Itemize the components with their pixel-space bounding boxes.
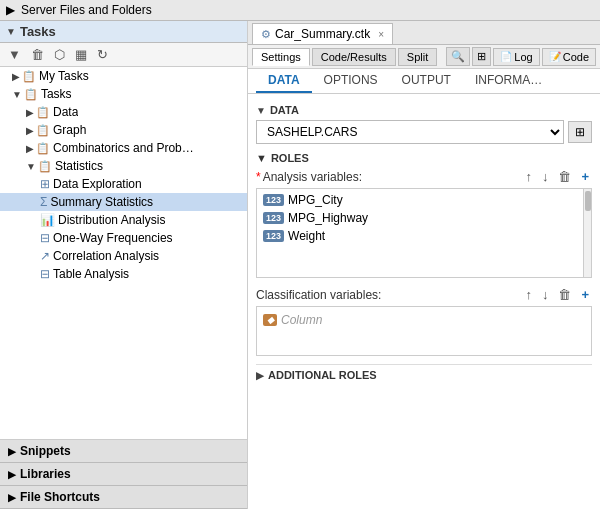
grid-toolbar-icon[interactable]: ▦: [73, 45, 89, 64]
roles-label: ROLES: [271, 152, 309, 164]
tree-item-distribution-analysis[interactable]: 📊 Distribution Analysis: [0, 211, 247, 229]
tree-item-table-analysis[interactable]: ⊟ Table Analysis: [0, 265, 247, 283]
analysis-variables-header: * Analysis variables: ↑ ↓ 🗑 +: [256, 168, 592, 185]
dataset-select[interactable]: SASHELP.CARS: [256, 120, 564, 144]
add-var-icon[interactable]: +: [578, 168, 592, 185]
dataset-grid-btn[interactable]: ⊞: [568, 121, 592, 143]
data-section-text: DATA: [270, 104, 299, 116]
classification-variables-list: ◆ Column: [256, 306, 592, 356]
combinatorics-label: Combinatorics and Prob…: [53, 141, 194, 155]
analysis-variables-label: Analysis variables:: [263, 170, 523, 184]
libraries-section[interactable]: ▶ Libraries: [0, 463, 247, 486]
analysis-variables-group: * Analysis variables: ↑ ↓ 🗑 + 123 MPG_Ci…: [256, 168, 592, 278]
server-files-title: Server Files and Folders: [21, 3, 152, 17]
snippets-section[interactable]: ▶ Snippets: [0, 440, 247, 463]
summary-statistics-label: Summary Statistics: [50, 195, 153, 209]
code-btn[interactable]: 📝 Code: [542, 48, 596, 66]
tree-item-summary-statistics[interactable]: Σ Summary Statistics: [0, 193, 247, 211]
class-badge: ◆: [263, 314, 277, 326]
data-exploration-label: Data Exploration: [53, 177, 142, 191]
move-up-icon[interactable]: ↑: [522, 168, 535, 185]
combinatorics-arrow: ▶: [26, 143, 34, 154]
fullscreen-icon-btn[interactable]: ⊞: [472, 47, 491, 66]
tree-item-tasks[interactable]: ▼ 📋 Tasks: [0, 85, 247, 103]
correlation-label: Correlation Analysis: [53, 249, 159, 263]
class-add-icon[interactable]: +: [578, 286, 592, 303]
analysis-variables-list: 123 MPG_City 123 MPG_Highway 123 Weight: [256, 188, 592, 278]
analysis-scrollbar-thumb: [585, 191, 591, 211]
tree-item-combinatorics[interactable]: ▶ 📋 Combinatorics and Prob…: [0, 139, 247, 157]
graph-icon: 📋: [36, 124, 50, 137]
statistics-arrow: ▼: [26, 161, 36, 172]
file-tab-name: Car_Summary.ctk: [275, 27, 370, 41]
statistics-icon: 📋: [38, 160, 52, 173]
additional-roles-label: ADDITIONAL ROLES: [268, 369, 377, 381]
tree-item-one-way-frequencies[interactable]: ⊟ One-Way Frequencies: [0, 229, 247, 247]
graph-label: Graph: [53, 123, 86, 137]
refresh-toolbar-icon[interactable]: ↻: [95, 45, 110, 64]
tab-information[interactable]: INFORMA…: [463, 69, 554, 93]
analysis-var-weight[interactable]: 123 Weight: [259, 227, 589, 245]
my-tasks-arrow: ▶: [12, 71, 20, 82]
settings-btn[interactable]: Settings: [252, 48, 310, 66]
tree-item-correlation-analysis[interactable]: ↗ Correlation Analysis: [0, 247, 247, 265]
log-label: Log: [514, 51, 532, 63]
class-delete-icon[interactable]: 🗑: [555, 286, 574, 303]
file-tab-close[interactable]: ×: [378, 29, 384, 40]
snippets-arrow: ▶: [8, 446, 16, 457]
file-shortcuts-section[interactable]: ▶ File Shortcuts: [0, 486, 247, 509]
libraries-label: Libraries: [20, 467, 71, 481]
class-move-down-icon[interactable]: ↓: [539, 286, 552, 303]
tree-item-graph[interactable]: ▶ 📋 Graph: [0, 121, 247, 139]
class-move-up-icon[interactable]: ↑: [522, 286, 535, 303]
my-tasks-icon: 📋: [22, 70, 36, 83]
split-btn[interactable]: Split: [398, 48, 437, 66]
classification-var-icons: ↑ ↓ 🗑 +: [522, 286, 592, 303]
analysis-var-mpg-highway[interactable]: 123 MPG_Highway: [259, 209, 589, 227]
tree-item-statistics[interactable]: ▼ 📋 Statistics: [0, 157, 247, 175]
data-icon: 📋: [36, 106, 50, 119]
move-down-icon[interactable]: ↓: [539, 168, 552, 185]
data-arrow: ▶: [26, 107, 34, 118]
additional-roles-header[interactable]: ▶ ADDITIONAL ROLES: [256, 369, 592, 381]
tab-output[interactable]: OUTPUT: [390, 69, 463, 93]
code-results-btn[interactable]: Code/Results: [312, 48, 396, 66]
graph-arrow: ▶: [26, 125, 34, 136]
file-tab-icon: ⚙: [261, 28, 271, 41]
mpg-highway-badge: 123: [263, 212, 284, 224]
classification-variables-header: Classification variables: ↑ ↓ 🗑 +: [256, 286, 592, 303]
table-analysis-icon: ⊟: [40, 267, 50, 281]
code-icon: 📝: [549, 51, 561, 62]
my-tasks-label: My Tasks: [39, 69, 89, 83]
search-icon: 🔍: [451, 50, 465, 63]
tasks-tree-icon: 📋: [24, 88, 38, 101]
file-shortcuts-label: File Shortcuts: [20, 490, 100, 504]
roles-section-header: ▼ ROLES: [256, 152, 592, 164]
tree-item-data-exploration[interactable]: ⊞ Data Exploration: [0, 175, 247, 193]
tab-data[interactable]: DATA: [256, 69, 312, 93]
delete-var-icon[interactable]: 🗑: [555, 168, 574, 185]
fullscreen-icon: ⊞: [477, 50, 486, 63]
log-icon: 📄: [500, 51, 512, 62]
file-tab-car-summary[interactable]: ⚙ Car_Summary.ctk ×: [252, 23, 393, 44]
one-way-label: One-Way Frequencies: [53, 231, 173, 245]
mpg-highway-name: MPG_Highway: [288, 211, 368, 225]
tasks-section-header[interactable]: ▼ Tasks: [0, 21, 247, 43]
summary-statistics-icon: Σ: [40, 195, 47, 209]
classification-variables-group: Classification variables: ↑ ↓ 🗑 + ◆ Colu…: [256, 286, 592, 356]
analysis-var-mpg-city[interactable]: 123 MPG_City: [259, 191, 589, 209]
tab-options[interactable]: OPTIONS: [312, 69, 390, 93]
code-label: Code: [563, 51, 589, 63]
additional-arrow: ▶: [256, 370, 264, 381]
copy-toolbar-icon[interactable]: ⬡: [52, 45, 67, 64]
dropdown-toolbar-icon[interactable]: ▼: [6, 45, 23, 64]
analysis-list-scrollbar[interactable]: [583, 189, 591, 277]
delete-toolbar-icon[interactable]: 🗑: [29, 45, 46, 64]
triangle-icon: ▶: [6, 3, 15, 17]
tasks-title: Tasks: [20, 24, 56, 39]
search-icon-btn[interactable]: 🔍: [446, 47, 470, 66]
log-btn[interactable]: 📄 Log: [493, 48, 539, 66]
tree-item-data[interactable]: ▶ 📋 Data: [0, 103, 247, 121]
correlation-icon: ↗: [40, 249, 50, 263]
tree-item-my-tasks[interactable]: ▶ 📋 My Tasks: [0, 67, 247, 85]
